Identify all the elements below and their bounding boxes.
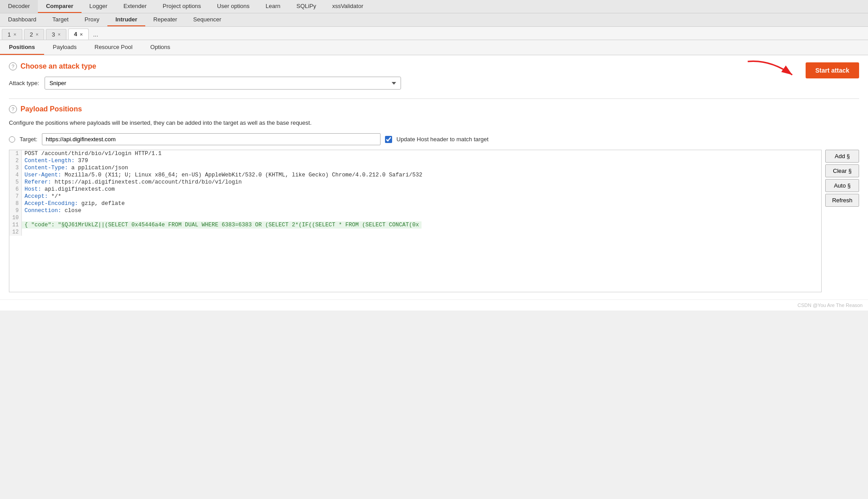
editor-line: 4User-Agent: Mozilla/5.0 (X11; U; Linux … — [9, 172, 821, 179]
tab-1[interactable]: 1 × — [2, 29, 22, 40]
line-number: 9 — [9, 207, 22, 214]
tab-more[interactable]: ... — [89, 29, 103, 40]
update-host-checkbox[interactable] — [385, 136, 392, 143]
menu-repeater[interactable]: Repeater — [145, 13, 185, 26]
line-number: 8 — [9, 200, 22, 207]
editor-line: 6Host: api.digifinextest.com — [9, 186, 821, 193]
tab-2[interactable]: 2 × — [24, 29, 45, 40]
menu-dashboard[interactable]: Dashboard — [0, 13, 45, 26]
editor-line: 2Content-Length: 379 — [9, 157, 821, 164]
line-content: Host: api.digifinextest.com — [22, 186, 118, 193]
payload-positions-title: Payload Positions — [20, 105, 82, 113]
side-buttons: Add § Clear § Auto § Refresh — [825, 150, 859, 292]
footer-text: CSDN @You Are The Reason — [798, 303, 863, 308]
tab-3-close[interactable]: × — [58, 32, 61, 37]
menu-xssvalidator[interactable]: xssValidator — [324, 0, 371, 13]
line-content: Accept: */* — [22, 193, 64, 200]
attack-type-title: Choose an attack type — [20, 62, 96, 70]
menu-target[interactable]: Target — [45, 13, 77, 26]
menu-learn[interactable]: Learn — [258, 0, 288, 13]
second-menu-bar: Dashboard Target Proxy Intruder Repeater… — [0, 13, 868, 27]
line-content: User-Agent: Mozilla/5.0 (X11; U; Linux x… — [22, 172, 425, 179]
line-content: POST /account/third/bio/v1/login HTTP/1.… — [22, 150, 164, 157]
attack-type-help-icon[interactable]: ? — [9, 62, 17, 70]
menu-logger[interactable]: Logger — [82, 0, 115, 13]
menu-user-options[interactable]: User options — [209, 0, 258, 13]
attack-type-label: Attack type: — [9, 80, 39, 86]
payload-positions-description: Configure the positions where payloads w… — [9, 119, 859, 126]
request-editor[interactable]: 1POST /account/third/bio/v1/login HTTP/1… — [9, 150, 822, 292]
tab-2-label: 2 — [30, 31, 33, 38]
target-radio[interactable] — [9, 136, 15, 143]
line-number: 6 — [9, 186, 22, 193]
line-content: { "code": "§QJ61MrUkLZ||(SELECT 0x45446a… — [22, 221, 422, 229]
tab-options[interactable]: Options — [141, 40, 179, 55]
update-host-label: Update Host header to match target — [397, 136, 489, 143]
editor-line: 7Accept: */* — [9, 193, 821, 200]
payload-positions-help-icon[interactable]: ? — [9, 105, 17, 113]
tab-3[interactable]: 3 × — [46, 29, 66, 40]
line-content: Connection: close — [22, 207, 84, 214]
app-container: Decoder Comparer Logger Extender Project… — [0, 0, 868, 311]
menu-intruder[interactable]: Intruder — [107, 13, 145, 26]
add-section-button[interactable]: Add § — [825, 150, 859, 163]
menu-comparer[interactable]: Comparer — [38, 0, 81, 13]
line-content: Content-Length: 379 — [22, 157, 91, 164]
tab-resource-pool[interactable]: Resource Pool — [86, 40, 141, 55]
tab-4-close[interactable]: × — [80, 32, 82, 37]
line-number: 5 — [9, 179, 22, 186]
tab-4[interactable]: 4 × — [68, 29, 89, 40]
target-input[interactable] — [42, 133, 381, 145]
line-content: Referer: https://api.digifinextest.com/a… — [22, 179, 245, 186]
line-number: 4 — [9, 172, 22, 179]
menu-decoder[interactable]: Decoder — [0, 0, 38, 13]
menu-sqlipy[interactable]: SQLiPy — [288, 0, 324, 13]
target-label: Target: — [20, 136, 37, 143]
menu-project-options[interactable]: Project options — [155, 0, 209, 13]
tab-row: 1 × 2 × 3 × 4 × ... — [0, 27, 868, 40]
editor-line: 5Referer: https://api.digifinextest.com/… — [9, 179, 821, 186]
tab-2-close[interactable]: × — [36, 32, 38, 37]
menu-extender[interactable]: Extender — [115, 0, 155, 13]
line-content — [22, 229, 27, 229]
line-number: 7 — [9, 193, 22, 200]
editor-line: 12 — [9, 229, 821, 236]
start-attack-button[interactable]: Start attack — [806, 62, 859, 78]
line-number: 3 — [9, 164, 22, 172]
section-divider — [9, 98, 859, 99]
inner-tabs: Positions Payloads Resource Pool Options — [0, 40, 868, 55]
attack-type-row: Attack type: Sniper Battering ram Pitchf… — [9, 77, 859, 90]
editor-line: 3Content-Type: a pplication/json — [9, 164, 821, 172]
tab-positions[interactable]: Positions — [0, 40, 44, 55]
line-number: 1 — [9, 150, 22, 157]
editor-line: 9Connection: close — [9, 207, 821, 214]
line-content: Accept-Encoding: gzip, deflate — [22, 200, 127, 207]
editor-line: 10 — [9, 214, 821, 221]
target-row: Target: Update Host header to match targ… — [9, 133, 859, 145]
line-number: 10 — [9, 214, 22, 221]
tab-3-label: 3 — [52, 31, 55, 38]
line-content: Content-Type: a pplication/json — [22, 164, 131, 172]
top-menu-bar: Decoder Comparer Logger Extender Project… — [0, 0, 868, 13]
tab-1-label: 1 — [8, 31, 11, 38]
line-number: 12 — [9, 229, 22, 236]
tab-payloads[interactable]: Payloads — [44, 40, 86, 55]
tab-1-close[interactable]: × — [13, 32, 16, 37]
editor-line: 8Accept-Encoding: gzip, deflate — [9, 200, 821, 207]
menu-proxy[interactable]: Proxy — [77, 13, 107, 26]
line-number: 2 — [9, 157, 22, 164]
payload-positions-section-heading: ? Payload Positions — [9, 105, 859, 113]
clear-section-button[interactable]: Clear § — [825, 164, 859, 177]
line-number: 11 — [9, 221, 22, 229]
footer: CSDN @You Are The Reason — [0, 299, 868, 311]
tab-4-label: 4 — [74, 31, 77, 37]
attack-type-section-heading: ? Choose an attack type — [9, 62, 859, 70]
main-content: Start attack ? Choose an attack type Att… — [0, 55, 868, 299]
auto-section-button[interactable]: Auto § — [825, 179, 859, 192]
line-content — [22, 214, 27, 215]
editor-line: 1POST /account/third/bio/v1/login HTTP/1… — [9, 150, 821, 157]
attack-type-select[interactable]: Sniper Battering ram Pitchfork Cluster b… — [45, 77, 401, 90]
menu-sequencer[interactable]: Sequencer — [185, 13, 229, 26]
refresh-button[interactable]: Refresh — [825, 194, 859, 207]
editor-container: 1POST /account/third/bio/v1/login HTTP/1… — [9, 150, 859, 292]
